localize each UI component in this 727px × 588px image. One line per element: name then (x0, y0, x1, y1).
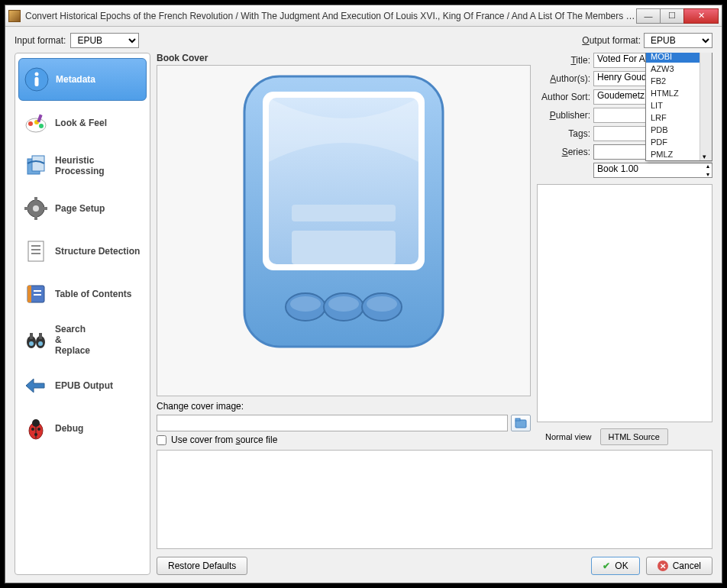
svg-rect-9 (32, 156, 44, 171)
sidebar: Metadata Look & Feel Heuristic Processin… (15, 53, 150, 575)
svg-rect-12 (34, 197, 37, 202)
series-label: Series: (537, 147, 590, 157)
svg-point-33 (37, 428, 40, 431)
browse-cover-button[interactable] (511, 415, 531, 431)
sidebar-item-label: Table of Contents (55, 289, 131, 299)
sidebar-item-label: Heuristic Processing (55, 155, 142, 176)
info-icon (24, 66, 50, 92)
tags-label: Tags: (537, 128, 590, 139)
restore-defaults-button[interactable]: Restore Defaults (157, 557, 247, 575)
check-icon: ✔ (603, 561, 610, 571)
svg-rect-39 (292, 205, 396, 221)
svg-point-11 (33, 205, 39, 212)
close-button[interactable]: ✕ (683, 8, 719, 24)
svg-point-4 (28, 121, 33, 126)
output-options-area (157, 450, 712, 549)
svg-point-32 (31, 428, 34, 431)
sidebar-item-search-replace[interactable]: Search&Replace (18, 316, 147, 363)
sidebar-item-label: EPUB Output (55, 380, 113, 391)
sidebar-item-label: Look & Feel (55, 118, 107, 128)
sidebar-item-label: Metadata (56, 74, 95, 85)
app-icon (8, 10, 21, 22)
cover-preview (157, 65, 531, 396)
cancel-icon: ✕ (658, 561, 668, 571)
palette-icon (23, 110, 49, 136)
bug-icon (23, 415, 49, 441)
sidebar-item-label: Page Setup (55, 203, 105, 214)
open-folder-icon (515, 418, 527, 428)
svg-rect-22 (34, 290, 41, 292)
sidebar-item-look-feel[interactable]: Look & Feel (18, 102, 147, 144)
svg-rect-14 (24, 207, 29, 210)
svg-point-46 (367, 296, 397, 312)
sidebar-item-page-setup[interactable]: Page Setup (18, 188, 147, 229)
dialog-window: Convert Historical Epochs of the French … (5, 5, 722, 583)
pages-icon (23, 153, 49, 179)
upper-row: Book Cover (157, 53, 712, 445)
sidebar-item-metadata[interactable]: Metadata (18, 58, 147, 101)
author-sort-label: Author Sort: (537, 92, 590, 102)
dropdown-scrollbar[interactable] (700, 53, 712, 160)
book-icon (23, 281, 49, 307)
sidebar-item-structure[interactable]: Structure Detection (18, 231, 147, 272)
book-cover-label: Book Cover (157, 53, 531, 63)
use-source-cover-checkbox[interactable] (157, 435, 166, 445)
sidebar-item-epub-output[interactable]: EPUB Output (18, 365, 147, 406)
sidebar-item-debug[interactable]: Debug (18, 408, 147, 449)
svg-rect-26 (30, 333, 33, 339)
svg-point-44 (290, 296, 321, 312)
output-format-dropdown[interactable]: EPUB MOBI AZW3 FB2 HTMLZ LIT LRF PDB PDF… (645, 53, 712, 161)
svg-point-28 (29, 341, 34, 346)
authors-label: Author(s): (537, 73, 590, 84)
right-pane: Book Cover (157, 53, 712, 575)
use-source-cover-label: Use cover from source file (171, 435, 277, 445)
output-format-label: Output format: (582, 35, 641, 46)
svg-rect-40 (292, 231, 396, 264)
gear-icon (23, 195, 49, 221)
series-index-spinner[interactable]: Book 1.00 (593, 163, 712, 178)
svg-rect-16 (28, 241, 44, 261)
metadata-column: Title:Voted For And A Author(s):Henry Go… (537, 53, 712, 445)
sidebar-item-label: Search&Replace (55, 324, 90, 356)
svg-rect-2 (35, 77, 39, 86)
output-format-select[interactable]: EPUB (644, 33, 712, 48)
change-cover-label: Change cover image: (157, 401, 531, 412)
device-cover-icon (237, 70, 451, 353)
window-buttons: — ☐ ✕ (637, 8, 719, 24)
maximize-button[interactable]: ☐ (660, 8, 684, 24)
doc-icon (23, 238, 49, 264)
ok-button[interactable]: ✔OK (591, 557, 639, 575)
input-format-label: Input format: (15, 35, 66, 46)
comments-preview (537, 184, 712, 422)
sidebar-item-toc[interactable]: Table of Contents (18, 273, 147, 315)
window-title: Convert Historical Epochs of the French … (25, 11, 637, 21)
main-area: Metadata Look & Feel Heuristic Processin… (15, 53, 712, 575)
svg-point-45 (328, 296, 359, 312)
publisher-label: Publisher: (537, 110, 590, 121)
svg-point-29 (38, 341, 43, 346)
titlebar: Convert Historical Epochs of the French … (5, 5, 722, 27)
svg-rect-48 (515, 418, 520, 421)
svg-rect-15 (43, 207, 47, 210)
svg-point-6 (39, 124, 44, 128)
svg-rect-23 (34, 294, 41, 296)
title-label: Title: (537, 55, 590, 66)
sidebar-item-heuristic[interactable]: Heuristic Processing (18, 145, 147, 186)
binoculars-icon (23, 327, 49, 353)
svg-rect-27 (39, 333, 42, 339)
content-area: Input format: EPUB Output format: EPUB M… (5, 27, 722, 583)
cancel-button[interactable]: ✕Cancel (646, 557, 712, 575)
tab-normal-view[interactable]: Normal view (537, 428, 600, 445)
svg-rect-13 (34, 215, 37, 220)
arrow-left-icon (23, 373, 49, 399)
input-format-select[interactable]: EPUB (70, 33, 139, 48)
sidebar-item-label: Structure Detection (55, 246, 140, 257)
footer: Restore Defaults ✔OK ✕Cancel (157, 554, 712, 575)
svg-rect-21 (27, 286, 31, 302)
minimize-button[interactable]: — (636, 8, 661, 24)
svg-point-1 (35, 73, 39, 76)
sidebar-item-label: Debug (55, 423, 83, 434)
tab-html-source[interactable]: HTML Source (600, 428, 668, 445)
change-cover-input[interactable] (157, 415, 508, 431)
cover-column: Book Cover (157, 53, 531, 445)
